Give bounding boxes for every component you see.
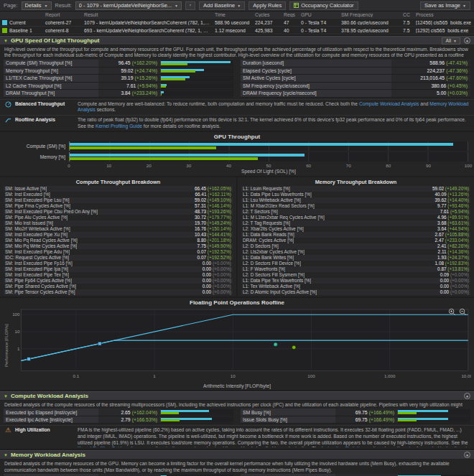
cell-process: [12456] cis565_boids.exe	[414, 20, 474, 25]
compute-workload-analysis-link[interactable]: Compute Workload Analysis	[359, 101, 419, 106]
baseline-color-swatch	[2, 20, 7, 25]
metric-bar	[160, 409, 233, 415]
breakdown-row: L2: T Sectors [%] 7.61 (+5.94%)	[241, 209, 470, 215]
page-dropdown[interactable]: Details ▼	[22, 1, 52, 10]
x-tick-label: 0	[68, 163, 70, 168]
baseline-table-row[interactable]: Current coherent-27 1079 - kernUpdateVel…	[0, 19, 474, 27]
collapse-arrow-icon[interactable]: ▼	[4, 39, 8, 43]
metric-bar	[160, 68, 233, 74]
zoom-in-icon[interactable]	[448, 308, 456, 316]
breakdown-row: L1: Lsuin Requests [%] 59.02 (+149.20%)	[241, 186, 470, 192]
breakdown-row: L1: Lsu Writeback Active [%] 39.62 (+14.…	[241, 197, 470, 203]
gpu-chart-bar-current	[70, 154, 305, 157]
roofline-svg[interactable]: 0.11101001,00010,000110100	[9, 307, 471, 383]
col-process: Process	[414, 12, 474, 17]
sol-metric-row: Compute (SM) Throughput [%] 96.45(+162.2…	[4, 60, 233, 67]
compute-description: Detailed analysis of the compute resourc…	[0, 401, 474, 408]
collapse-arrow-icon[interactable]: ▼	[4, 394, 8, 398]
cell-time: 588.96 usecond	[213, 20, 253, 25]
compute-metrics: Executed Ipc Elapsed [inst/cycle] 2.65(+…	[0, 408, 474, 425]
x-tick-label: 20	[147, 163, 152, 168]
zoom-out-icon[interactable]	[459, 308, 467, 316]
kernel-profiling-guide-link[interactable]: Kernel Profiling Guide	[78, 446, 124, 447]
breakdown-row: L1: Tex Writeback Active [%] 0.00 (+0.00…	[241, 284, 470, 289]
instruction-statistics-link[interactable]: Instruction Statistics	[322, 446, 364, 447]
roofline-analysis-rule: Roofline Analysis The ratio of peak floa…	[0, 115, 474, 131]
section-header-sol[interactable]: ▼ GPU Speed Of Light Throughput All ▼ ●	[0, 36, 474, 45]
breakdown-row: L2: D Sectors Fill Sysmem [%] 0.09 (+0.0…	[241, 272, 470, 278]
sol-metric-row: Memory Throughput [%] 59.02(+24.74%)	[4, 67, 233, 75]
x-tick-label: 10	[231, 373, 236, 378]
breakdown-row: SM: Inst Executed [%] 66.41 (+162.11%)	[4, 192, 233, 197]
sol-metric-row: L1/TEX Cache Throughput [%] 39.19(+15.26…	[4, 75, 233, 83]
section-compute-workload: ▼ Compute Workload Analysis ● Detailed a…	[0, 391, 474, 449]
breakdown-row: L1: Data Pipe Tex Wavefronts [%] 0.00 (+…	[241, 278, 470, 284]
save-as-image-button[interactable]: Save as Image ▼	[420, 1, 470, 10]
sol-metrics: Compute (SM) Throughput [%] 96.45(+162.2…	[0, 59, 474, 99]
gpu-chart-bar-baseline-1	[70, 157, 258, 160]
section-gpu-speed-of-light: ▼ GPU Speed Of Light Throughput All ▼ ● …	[0, 36, 474, 390]
section-options-icon[interactable]: ●	[464, 37, 470, 44]
roofline-chart-panel: Floating Point Operations Roofline Perfo…	[0, 298, 474, 390]
sol-filter-dropdown[interactable]: All ▼	[442, 37, 460, 45]
gpu-chart-category-label: Compute (SM) [%]	[6, 144, 69, 149]
baseline-table-row[interactable]: Baseline 1 coherent-8 693 - kernUpdateVe…	[0, 27, 474, 34]
result-dropdown[interactable]: 0 - 1079 - kernUpdateVelNeighborSe... ▼	[75, 1, 182, 10]
cell-regs: 47	[282, 20, 299, 25]
col-result: Result	[82, 12, 213, 17]
baseline-fp64-achieved	[292, 346, 296, 350]
breakdown-row: SM: Inst Executed Pipe Cbu Pred On Any […	[4, 209, 233, 215]
col-gpu: GPU	[299, 12, 339, 17]
nsight-compute-details-page: Page: Details ▼ Result: 0 - 1079 - kernU…	[0, 0, 474, 476]
gpu-throughput-plot: Compute (SM) [%]Memory [%]	[6, 141, 468, 162]
x-tick-label: 80	[386, 163, 391, 168]
breakdown-row: L2: Xbar2lts Cycles Active [%] 3.64 (+44…	[241, 226, 470, 232]
baseline-fp32-achieved	[274, 342, 277, 346]
kernel-profiling-guide-link[interactable]: Kernel Profiling Guide	[96, 123, 142, 129]
section-options-icon[interactable]: ●	[464, 393, 470, 399]
x-tick-label: 30	[186, 163, 191, 168]
breakdown-row: SM: Mio Inst Issued [%] 19.70 (+149.24%)	[4, 220, 233, 226]
metric-bar	[397, 409, 470, 415]
breakdown-row: L2: D Sectors [%] 2.41 (+82.26%)	[241, 243, 470, 249]
current-fp64-achieved	[27, 358, 31, 361]
sol-metric-row: Elapsed Cycles [cycle] 224,237(-47.36%)	[241, 67, 470, 75]
collapse-arrow-icon[interactable]: ▼	[4, 453, 8, 457]
section-header-memory[interactable]: ▼ Memory Workload Analysis ●	[0, 450, 474, 459]
x-tick-label: 1,000	[384, 373, 396, 378]
breakdown-row: L1: F Wavefronts [%] 0.87 (+13.81%)	[241, 266, 470, 272]
x-tick-label: 90	[426, 163, 431, 168]
y-tick-label: 1	[17, 346, 20, 351]
col-sm-frequency: SM Frequency	[339, 12, 401, 17]
metric-bar	[160, 83, 233, 89]
apply-rules-button[interactable]: Apply Rules	[248, 1, 286, 10]
metric-bar	[160, 90, 233, 96]
section-title: GPU Speed Of Light Throughput	[11, 37, 100, 44]
col-report: Report	[43, 12, 82, 17]
x-tick-label: 100	[465, 163, 472, 168]
x-tick-label: 10	[106, 163, 111, 168]
roofline-y-axis-label: Performance [FLOP/s]	[3, 307, 9, 383]
filter-results-button[interactable]	[185, 1, 195, 10]
section-header-compute[interactable]: ▼ Compute Workload Analysis ●	[0, 391, 474, 401]
metric-bar	[160, 417, 233, 423]
y-tick-label: 10	[15, 329, 20, 334]
col-cycles: Cycles	[253, 12, 282, 17]
baseline-color-swatch	[2, 28, 7, 33]
breakdown-row: L1: Data Bank Writes [%] 1.93 (+24.37%)	[241, 255, 470, 261]
x-tick-label: 1	[153, 373, 156, 378]
occupancy-calculator-button[interactable]: Occupancy Calculator	[289, 1, 358, 10]
cell-cycles: 224,237	[253, 20, 282, 25]
breakdown-row: SM: Pipe Shared Cycles Active [%] 0.00 (…	[4, 284, 233, 289]
col-time: Time	[213, 12, 253, 17]
add-baseline-button[interactable]: Add Baseline ▼	[199, 1, 245, 10]
balance-gauge-icon	[4, 101, 11, 110]
breakdown-row: L2: D Sectors Fill Device [%] 1.08 (+192…	[241, 261, 470, 266]
section-options-icon[interactable]: ●	[464, 452, 470, 458]
x-tick-label: 40	[226, 163, 231, 168]
breakdown-row: SM: Inst Executed Pipe Adu [%] 0.07 (+19…	[4, 249, 233, 255]
breakdown-row: SM: Inst Executed Pipe Fp16 [%] 0.00 (+0…	[4, 261, 233, 266]
breakdown-row: L1: M Xbar2l1tex Read Sectors [%] 9.77 (…	[241, 203, 470, 209]
breakdown-row: SM: Pipe Alu Cycles Active [%] 30.72 (+1…	[4, 215, 233, 220]
funnel-icon	[190, 3, 191, 8]
